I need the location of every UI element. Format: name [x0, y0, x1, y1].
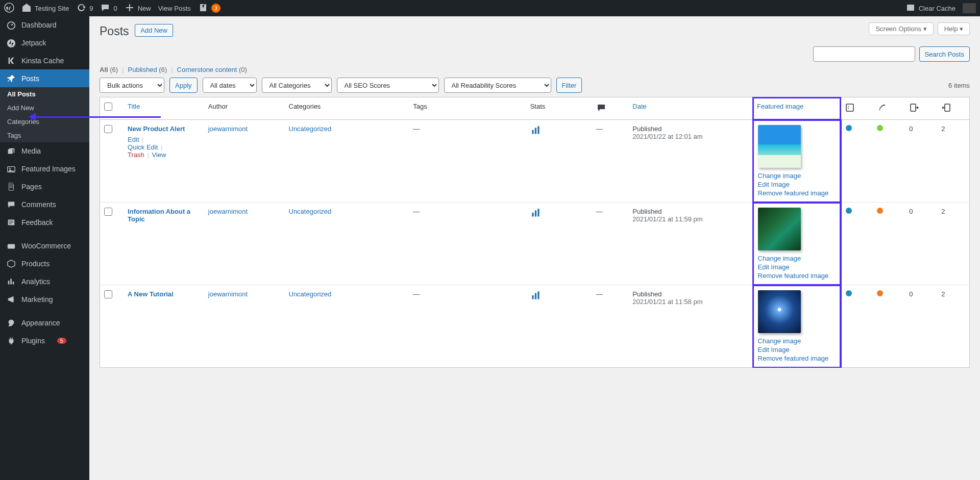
updates-link[interactable]: 9	[76, 3, 93, 14]
row-action-view[interactable]: View	[152, 151, 166, 159]
row-category-link[interactable]: Uncategorized	[289, 208, 332, 215]
change-image-link[interactable]: Change image	[758, 337, 836, 345]
bulk-actions-select[interactable]: Bulk actions	[100, 78, 164, 93]
sidebar-item-dashboard[interactable]: Dashboard	[0, 16, 89, 34]
svg-point-5	[9, 167, 11, 169]
featured-image-thumbnail[interactable]	[758, 125, 801, 168]
row-title-link[interactable]: New Product Alert	[128, 125, 185, 133]
remove-image-link[interactable]: Remove featured image	[758, 189, 836, 197]
row-checkbox[interactable]	[104, 290, 112, 298]
change-image-link[interactable]: Change image	[758, 255, 836, 262]
add-new-button[interactable]: Add New	[135, 24, 173, 37]
row-title-link[interactable]: A New Tutorial	[128, 290, 174, 298]
user-account[interactable]	[963, 3, 976, 13]
comments-link[interactable]: 0	[100, 3, 117, 14]
sidebar-item-marketing[interactable]: Marketing	[0, 290, 89, 308]
row-checkbox[interactable]	[104, 125, 112, 133]
column-tags: Tags	[409, 97, 526, 120]
stats-icon[interactable]	[530, 213, 542, 220]
sidebar-item-jetpack[interactable]: Jetpack	[0, 34, 89, 52]
sidebar-item-appearance[interactable]: Appearance	[0, 314, 89, 332]
seo-scores-select[interactable]: All SEO Scores	[337, 78, 439, 93]
apply-button[interactable]: Apply	[169, 78, 198, 93]
site-link[interactable]: Testing Site	[21, 3, 69, 14]
sidebar-item-analytics[interactable]: Analytics	[0, 272, 89, 290]
select-all-checkbox[interactable]	[104, 103, 112, 111]
row-tags: —	[409, 285, 526, 368]
incoming-links-count: 2	[937, 203, 969, 285]
row-date-status: Published	[632, 208, 748, 215]
featured-images-icon	[6, 164, 16, 174]
change-image-link[interactable]: Change image	[758, 172, 836, 180]
readability-score-dot	[877, 208, 883, 214]
categories-select[interactable]: All Categories	[262, 78, 332, 93]
readability-scores-select[interactable]: All Readability Scores	[444, 78, 551, 93]
sidebar-item-woocommerce[interactable]: WooCommerce	[0, 237, 89, 255]
outgoing-links-count: 0	[905, 120, 937, 203]
sidebar-item-products[interactable]: Products	[0, 255, 89, 273]
filter-all[interactable]: All (6)	[100, 66, 118, 73]
pin-icon	[6, 73, 16, 83]
row-comments: —	[592, 285, 629, 368]
sidebar-item-comments[interactable]: Comments	[0, 195, 89, 213]
edit-image-link[interactable]: Edit Image	[758, 181, 836, 188]
remove-image-link[interactable]: Remove featured image	[758, 272, 836, 280]
column-categories: Categories	[285, 97, 409, 120]
yoast-link[interactable]: 3	[198, 3, 220, 14]
sidebar-subitem-tags[interactable]: Tags	[0, 129, 89, 142]
appearance-icon	[6, 318, 16, 328]
sidebar-item-feedback[interactable]: Feedback	[0, 213, 89, 231]
new-content-link[interactable]: New	[125, 3, 151, 14]
analytics-icon	[6, 276, 16, 286]
row-checkbox[interactable]	[104, 208, 112, 216]
plugins-badge: 5	[57, 338, 66, 344]
clear-cache-link[interactable]: Clear Cache	[905, 3, 955, 14]
featured-image-thumbnail[interactable]	[758, 290, 801, 333]
search-posts-input[interactable]	[813, 46, 915, 62]
stats-icon[interactable]	[530, 130, 542, 138]
readability-score-dot	[877, 125, 883, 131]
sidebar-subitem-all-posts[interactable]: All Posts	[0, 87, 89, 101]
filter-published[interactable]: Published (6)	[128, 66, 167, 73]
row-category-link[interactable]: Uncategorized	[289, 125, 332, 133]
dashboard-icon	[6, 20, 16, 30]
sidebar-subitem-add-new[interactable]: Add New	[0, 101, 89, 115]
sidebar-item-kinsta[interactable]: Kinsta Cache	[0, 52, 89, 70]
filter-cornerstone[interactable]: Cornerstone content (0)	[177, 66, 247, 73]
new-label: New	[138, 5, 151, 12]
help-button[interactable]: Help ▾	[938, 22, 970, 35]
featured-image-thumbnail[interactable]	[758, 208, 801, 250]
search-posts-button[interactable]: Search Posts	[919, 46, 970, 62]
row-action-quick-edit[interactable]: Quick Edit	[128, 143, 158, 151]
remove-image-link[interactable]: Remove featured image	[758, 355, 836, 362]
sidebar-item-posts[interactable]: Posts	[0, 69, 89, 87]
dates-select[interactable]: All dates	[203, 78, 257, 93]
sidebar-item-media[interactable]: Media	[0, 142, 89, 160]
row-action-edit[interactable]: Edit	[128, 136, 139, 143]
outgoing-links-column-icon	[909, 107, 919, 114]
edit-image-link[interactable]: Edit Image	[758, 263, 836, 271]
wp-logo-icon[interactable]	[4, 3, 14, 14]
sidebar-item-pages[interactable]: Pages	[0, 178, 89, 196]
row-author-link[interactable]: joewarnimont	[208, 208, 248, 215]
jetpack-icon	[6, 38, 16, 48]
filter-button[interactable]: Filter	[556, 78, 582, 93]
screen-options-button[interactable]: Screen Options ▾	[869, 22, 933, 35]
sidebar-item-plugins[interactable]: Plugins 5	[0, 332, 89, 350]
sidebar-item-featured-images[interactable]: Featured Images	[0, 160, 89, 178]
stats-icon[interactable]	[530, 295, 542, 303]
column-featured-image[interactable]: Featured image	[757, 103, 803, 110]
row-action-trash[interactable]: Trash	[128, 151, 144, 159]
edit-image-link[interactable]: Edit Image	[758, 346, 836, 353]
svg-point-3	[7, 39, 15, 47]
row-category-link[interactable]: Uncategorized	[289, 290, 332, 298]
column-title[interactable]: Title	[128, 103, 140, 110]
row-title-link[interactable]: Information About a Topic	[128, 208, 190, 223]
row-author-link[interactable]: joewarnimont	[208, 290, 248, 298]
view-posts-link[interactable]: View Posts	[158, 5, 191, 12]
row-author-link[interactable]: joewarnimont	[208, 125, 248, 133]
svg-rect-7	[8, 244, 15, 248]
svg-rect-11	[911, 104, 916, 111]
column-date[interactable]: Date	[632, 103, 646, 110]
row-date-value: 2021/01/22 at 12:01 am	[632, 133, 748, 140]
